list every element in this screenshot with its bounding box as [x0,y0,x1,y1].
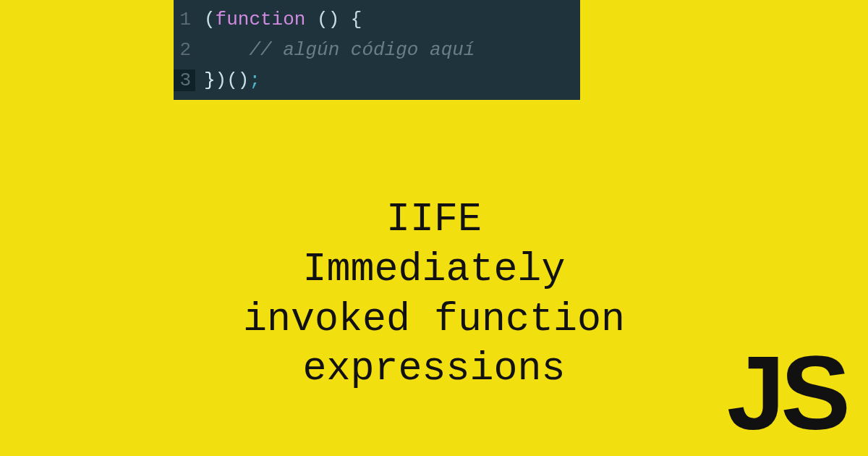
line-number: 1 [174,9,195,30]
title-line-2: Immediately [243,245,625,295]
title-line-1: IIFE [243,195,625,245]
title-text: IIFE Immediately invoked function expres… [243,195,625,394]
token-brace: } [204,69,216,91]
token-indent [204,39,249,61]
token-rest: () { [305,9,362,30]
code-content: // algún código aquí [195,39,475,61]
title-line-4: expressions [243,345,625,394]
token-semicolon: ; [249,69,260,91]
code-line-1: 1 (function () { [174,4,580,35]
code-line-2: 2 // algún código aquí [174,35,580,65]
js-logo: JS [727,341,846,446]
title-line-3: invoked function [243,295,625,345]
token-paren: ( [204,9,216,30]
code-content: (function () { [195,9,362,30]
code-snippet: 1 (function () { 2 // algún código aquí … [174,0,580,100]
line-number: 2 [174,39,195,61]
code-line-3: 3 })(); [174,65,580,96]
token-keyword: function [216,9,306,30]
token-comment: // algún código aquí [249,39,475,61]
line-number: 3 [174,69,195,91]
code-content: })(); [195,69,260,91]
token-parens: )() [216,69,250,91]
